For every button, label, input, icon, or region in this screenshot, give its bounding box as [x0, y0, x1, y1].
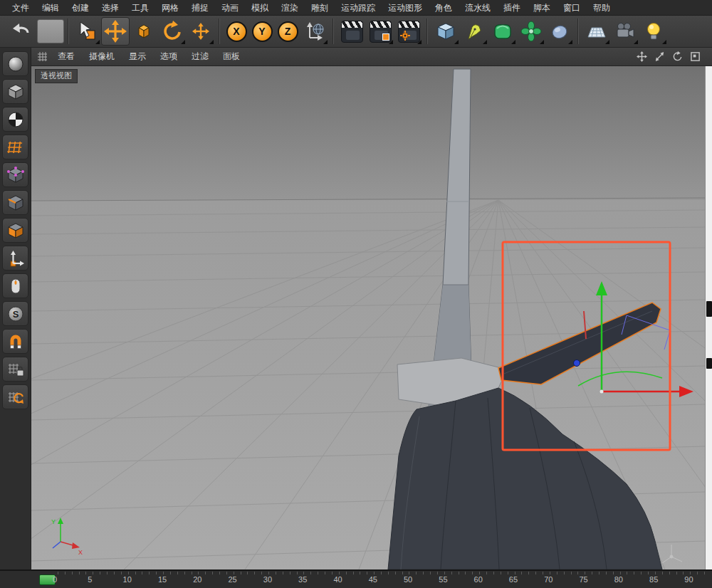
- menu-simulate[interactable]: 模拟: [245, 0, 275, 16]
- menu-animate[interactable]: 动画: [215, 0, 245, 16]
- workplane-align-icon: [6, 388, 25, 406]
- tweak-mode-button[interactable]: [2, 273, 28, 298]
- floor-sky-icon: [586, 21, 607, 42]
- viewport-menu-grid-icon[interactable]: [37, 51, 48, 62]
- z-axis-lock-button[interactable]: Z: [276, 19, 300, 43]
- render-view-button[interactable]: [337, 17, 366, 46]
- perspective-viewport[interactable]: Y X 透视视图: [31, 66, 705, 569]
- edges-mode-button[interactable]: [2, 190, 28, 215]
- snapping-button[interactable]: [2, 329, 28, 354]
- mograph-cloner-button[interactable]: [517, 17, 545, 46]
- make-editable-icon: [6, 83, 25, 101]
- move-tool[interactable]: [101, 17, 130, 46]
- right-panel-edge[interactable]: [705, 66, 712, 569]
- viewport-rotate-icon[interactable]: [672, 51, 683, 62]
- viewport-canvas[interactable]: Y X: [31, 66, 705, 569]
- undo-button[interactable]: [7, 17, 36, 46]
- tick-label: 75: [579, 575, 614, 584]
- viewport-nav-icons: [637, 51, 712, 62]
- coordinate-system-button[interactable]: [300, 17, 329, 46]
- menu-file[interactable]: 文件: [6, 0, 36, 16]
- texture-mode-button[interactable]: [2, 107, 28, 132]
- spline-pen-button[interactable]: [460, 17, 488, 46]
- menu-help[interactable]: 帮助: [587, 0, 617, 16]
- workplane-align-button[interactable]: [2, 384, 28, 409]
- viewport-zoom-icon[interactable]: [654, 51, 665, 62]
- last-used-tool[interactable]: [187, 17, 215, 46]
- live-selection-tool[interactable]: [73, 17, 101, 46]
- viewport-menu-filter[interactable]: 过滤: [184, 51, 216, 63]
- y-lock-icon: Y: [252, 21, 273, 42]
- camera-button[interactable]: [611, 17, 639, 46]
- deformer-button[interactable]: [545, 17, 574, 46]
- viewport-menu-display[interactable]: 显示: [122, 51, 153, 63]
- model-mode-icon: [6, 55, 25, 73]
- workplane-lock-icon: [6, 360, 25, 379]
- menu-select[interactable]: 选择: [95, 0, 125, 16]
- tick-label: 5: [88, 575, 122, 584]
- viewport-menu-options[interactable]: 选项: [153, 51, 184, 63]
- cube-primitive-icon: [435, 21, 456, 42]
- panel-grip-icon[interactable]: [706, 358, 712, 369]
- render-view-icon: [341, 21, 363, 43]
- menu-motion-tracker[interactable]: 运动跟踪: [335, 0, 382, 16]
- tick-label: 10: [123, 575, 158, 584]
- cinema4d-window: 文件 编辑 创建 选择 工具 网格 捕捉 动画 模拟 渲染 雕刻 运动跟踪 运动…: [0, 0, 712, 588]
- gizmo-blue-point[interactable]: [574, 360, 580, 367]
- make-editable-button[interactable]: [2, 79, 28, 104]
- timeline-ruler[interactable]: 0 5 10 15 20 25 30 35 40 45 50 55 60 65 …: [0, 569, 712, 588]
- panel-grip-icon[interactable]: [706, 301, 712, 317]
- floor-sky-button[interactable]: [582, 17, 611, 46]
- toolbar: X Y Z: [0, 16, 712, 48]
- menu-plugins[interactable]: 插件: [497, 0, 527, 16]
- gizmo-origin[interactable]: [600, 390, 604, 394]
- scale-tool[interactable]: [130, 17, 158, 46]
- menu-character[interactable]: 角色: [429, 0, 459, 16]
- workplane-lock-button[interactable]: [2, 357, 28, 382]
- y-axis-lock-button[interactable]: Y: [250, 19, 274, 43]
- menu-script[interactable]: 脚本: [527, 0, 557, 16]
- redo-button[interactable]: [37, 19, 64, 43]
- menu-edit[interactable]: 编辑: [36, 0, 66, 16]
- viewport-pan-icon[interactable]: [637, 51, 647, 62]
- add-primitive-button[interactable]: [431, 17, 460, 46]
- axis-mode-button[interactable]: [2, 246, 28, 271]
- viewport-menu-view[interactable]: 查看: [51, 51, 82, 63]
- tick-label: 50: [404, 575, 439, 584]
- tick-label: 40: [333, 575, 368, 584]
- viewport-menu-panel[interactable]: 面板: [216, 51, 247, 63]
- points-mode-button[interactable]: [2, 162, 28, 187]
- undo-icon: [11, 21, 32, 42]
- menu-mesh[interactable]: 网格: [155, 0, 185, 16]
- viewport-toggle-icon[interactable]: [690, 51, 701, 62]
- tick-label: 90: [684, 575, 712, 584]
- gear-icon: [400, 31, 410, 41]
- axis-y-label: Y: [51, 518, 56, 525]
- menu-create[interactable]: 创建: [66, 0, 95, 16]
- menu-pipeline[interactable]: 流水线: [459, 0, 497, 16]
- render-picture-viewer-button[interactable]: [366, 17, 394, 46]
- menu-snap[interactable]: 捕捉: [185, 0, 215, 16]
- tick-label: 80: [614, 575, 649, 584]
- menu-mograph[interactable]: 运动图形: [382, 0, 429, 16]
- rotate-tool[interactable]: [158, 17, 187, 46]
- light-button[interactable]: [639, 17, 668, 46]
- sky-background: [31, 66, 705, 200]
- menu-sculpt[interactable]: 雕刻: [305, 0, 335, 16]
- solo-mode-button[interactable]: S: [2, 301, 28, 326]
- subdivision-surface-button[interactable]: [488, 17, 517, 46]
- x-axis-lock-button[interactable]: X: [224, 19, 248, 43]
- menu-render[interactable]: 渲染: [275, 0, 305, 16]
- timeline-tick-labels: 0 5 10 15 20 25 30 35 40 45 50 55 60 65 …: [53, 575, 712, 584]
- menu-window[interactable]: 窗口: [557, 0, 587, 16]
- model-mode-button[interactable]: [2, 51, 28, 76]
- render-picture-viewer-icon: [370, 21, 392, 43]
- viewport-label[interactable]: 透视视图: [35, 69, 78, 83]
- mode-sidebar: S: [0, 48, 31, 569]
- workplane-mode-button[interactable]: [2, 135, 28, 159]
- render-settings-button[interactable]: [394, 17, 423, 46]
- menu-tools[interactable]: 工具: [125, 0, 155, 16]
- viewport-menu-cameras[interactable]: 摄像机: [82, 51, 122, 63]
- polygons-mode-button[interactable]: [2, 218, 28, 243]
- subdivision-surface-icon: [492, 21, 513, 42]
